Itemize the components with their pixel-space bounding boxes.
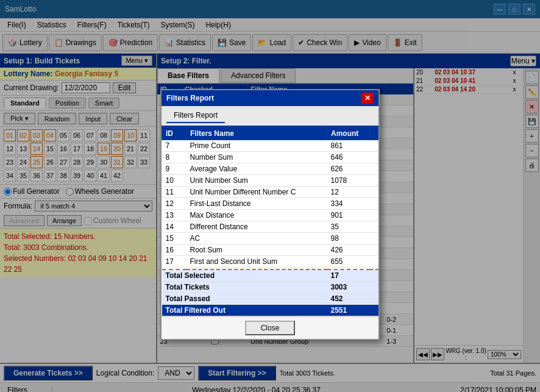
modal-row: 8 Number Sum 646 [162,151,378,163]
modal-row: 10 Unit Number Sum 1078 [162,174,378,186]
modal-row-name: Root Sum [187,244,327,255]
modal-summary-row: Total Tickets 3003 [162,281,378,293]
modal-row-name: AC [187,232,327,244]
modal-row-name: Unit Number Different Number C [187,186,327,198]
modal-summary-label: Total Passed [162,293,327,304]
modal-row-name: Max Distance [187,209,327,221]
modal-row: 7 Prime Count 861 [162,140,378,151]
modal-summary-value: 17 [327,269,370,282]
filters-report-modal: Filters Report ✕ Filters Report ID Filte… [160,89,380,340]
modal-row-id: 15 [162,232,187,244]
modal-row-name: Number Sum [187,151,327,163]
modal-row-amount: 861 [327,140,370,151]
modal-col-amount: Amount [327,127,370,140]
modal-summary-label: Total Filtered Out [162,304,327,316]
modal-row: 11 Unit Number Different Number C 12 [162,186,378,198]
modal-row-name: First and Second Unit Sum [187,255,327,267]
modal-row-id: 12 [162,198,187,209]
modal-summary-value: 452 [327,293,370,304]
modal-summary-value: 2551 [327,304,370,316]
modal-close-btn[interactable]: Close [245,321,296,335]
modal-summary-value: 3003 [327,281,370,293]
modal-row-id: 14 [162,221,187,232]
modal-row-amount: 12 [327,186,370,198]
modal-row: 9 Average Value 626 [162,163,378,174]
modal-overlay: Filters Report ✕ Filters Report ID Filte… [0,0,540,392]
modal-title-text: Filters Report [166,94,214,102]
modal-row-amount: 426 [327,244,370,255]
modal-row-amount: 334 [327,198,370,209]
modal-summary-label: Total Tickets [162,281,327,293]
modal-row-id: 7 [162,140,187,151]
modal-row-amount: 1078 [327,174,370,186]
modal-row: 16 Root Sum 426 [162,244,378,255]
modal-row: 13 Max Distance 901 [162,209,378,221]
modal-row-amount: 901 [327,209,370,221]
modal-row: 15 AC 98 [162,232,378,244]
modal-table: ID Filters Name Amount 7 Prime Count 861… [162,127,378,316]
modal-row-id: 11 [162,186,187,198]
modal-row: 17 First and Second Unit Sum 655 [162,255,378,267]
modal-col-id: ID [162,127,187,140]
modal-row: 14 Different Distance 35 [162,221,378,232]
modal-summary-row: Total Selected 17 [162,269,378,282]
modal-tab[interactable]: Filters Report [166,109,225,123]
modal-row-id: 13 [162,209,187,221]
modal-row-id: 17 [162,255,187,267]
modal-footer: Close [162,316,378,339]
modal-row: 12 First-Last Distance 334 [162,198,378,209]
modal-body: ID Filters Name Amount 7 Prime Count 861… [162,127,378,316]
modal-row-amount: 98 [327,232,370,244]
modal-col-name: Filters Name [187,127,327,140]
modal-summary-row: Total Passed 452 [162,293,378,304]
modal-row-amount: 646 [327,151,370,163]
modal-close-button[interactable]: ✕ [361,93,374,104]
modal-summary-row: Total Filtered Out 2551 [162,304,378,316]
modal-row-id: 10 [162,174,187,186]
modal-row-amount: 655 [327,255,370,267]
modal-row-name: First-Last Distance [187,198,327,209]
modal-title-bar: Filters Report ✕ [162,90,378,106]
modal-row-amount: 626 [327,163,370,174]
modal-summary-label: Total Selected [162,269,327,282]
modal-row-amount: 35 [327,221,370,232]
modal-row-id: 8 [162,151,187,163]
modal-row-name: Unit Number Sum [187,174,327,186]
modal-row-id: 16 [162,244,187,255]
modal-row-name: Average Value [187,163,327,174]
modal-row-name: Prime Count [187,140,327,151]
modal-row-id: 9 [162,163,187,174]
modal-row-name: Different Distance [187,221,327,232]
